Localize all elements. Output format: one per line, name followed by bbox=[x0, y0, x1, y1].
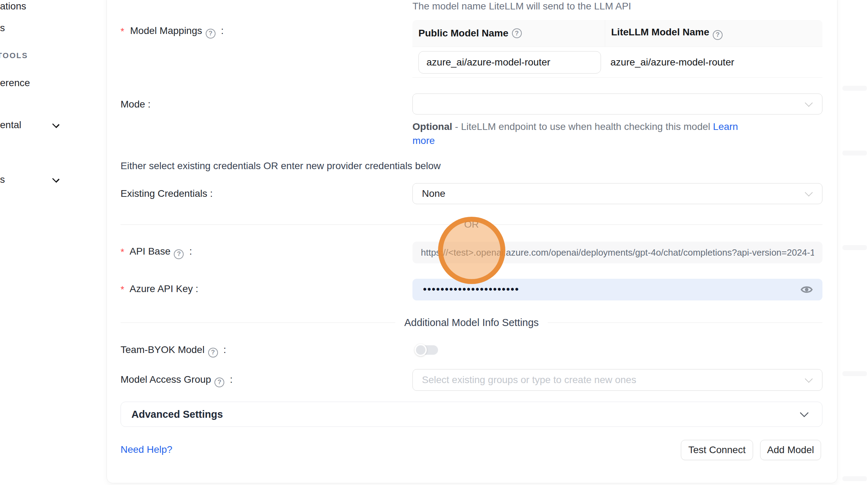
add-model-button[interactable]: Add Model bbox=[760, 440, 821, 460]
additional-settings-divider: Additional Model Info Settings bbox=[121, 317, 822, 328]
question-circle-icon[interactable] bbox=[208, 348, 218, 358]
question-circle-icon[interactable] bbox=[512, 28, 522, 38]
sidebar-item-experimental[interactable]: ental bbox=[0, 119, 21, 131]
background-shimmer bbox=[842, 151, 867, 155]
sidebar-item-inference[interactable]: erence bbox=[0, 77, 30, 89]
existing-credentials-select[interactable]: None bbox=[412, 183, 822, 204]
sidebar-section-tools: TOOLS bbox=[0, 51, 28, 60]
eye-icon[interactable] bbox=[800, 283, 813, 296]
chevron-down-icon bbox=[52, 121, 60, 129]
litellm-model-name-value: azure_ai/azure-model-router bbox=[610, 47, 734, 78]
model-access-group-select[interactable]: Select existing groups or type to create… bbox=[412, 369, 822, 391]
sidebar-item-organizations[interactable]: ations bbox=[0, 1, 26, 12]
mode-select[interactable] bbox=[412, 93, 822, 115]
column-public-model-name: Public Model Name bbox=[412, 20, 605, 47]
model-name-description: The model name LiteLLM will send to the … bbox=[412, 1, 631, 12]
sidebar-item[interactable]: s bbox=[0, 22, 5, 34]
model-mappings-label: Model Mappings bbox=[121, 25, 224, 39]
api-base-label: API Base bbox=[121, 246, 192, 259]
table-row: azure_ai/azure-model-router bbox=[412, 47, 822, 78]
public-model-name-input[interactable] bbox=[418, 51, 601, 74]
toggle-knob bbox=[415, 344, 427, 356]
background-shimmer bbox=[842, 371, 867, 376]
advanced-settings-toggle[interactable]: Advanced Settings bbox=[121, 402, 822, 427]
chevron-down-icon bbox=[800, 408, 808, 417]
sidebar-item-settings[interactable]: s bbox=[0, 174, 5, 185]
table-header: Public Model Name LiteLLM Model Name bbox=[412, 20, 822, 47]
question-circle-icon[interactable] bbox=[206, 29, 216, 39]
model-access-group-placeholder: Select existing groups or type to create… bbox=[422, 374, 636, 386]
team-byok-label: Team-BYOK Model bbox=[121, 344, 226, 358]
question-circle-icon[interactable] bbox=[214, 377, 224, 387]
chevron-down-icon bbox=[805, 99, 813, 107]
or-divider: OR bbox=[121, 219, 822, 230]
chevron-down-icon bbox=[805, 375, 813, 383]
azure-api-key-input[interactable]: •••••••••••••••••••••• bbox=[412, 279, 822, 300]
column-litellm-model-name: LiteLLM Model Name bbox=[605, 27, 725, 40]
existing-credentials-value: None bbox=[422, 188, 445, 199]
azure-api-key-label: Azure API Key bbox=[121, 283, 198, 295]
credentials-note: Either select existing credentials OR en… bbox=[121, 160, 441, 172]
masked-api-key: •••••••••••••••••••••• bbox=[423, 283, 519, 295]
model-mappings-table: Public Model Name LiteLLM Model Name azu… bbox=[412, 20, 822, 78]
api-base-input[interactable]: https://<test>.openai.azure.com/openai/d… bbox=[412, 242, 822, 263]
mode-label: Mode bbox=[121, 99, 151, 110]
team-byok-toggle[interactable] bbox=[416, 345, 438, 355]
chevron-down-icon bbox=[805, 188, 813, 196]
need-help-link[interactable]: Need Help? bbox=[121, 444, 172, 455]
background-shimmer bbox=[842, 476, 867, 481]
mode-hint: Optional - LiteLLM endpoint to use when … bbox=[412, 120, 773, 148]
existing-credentials-label: Existing Credentials bbox=[121, 188, 213, 199]
model-access-group-label: Model Access Group bbox=[121, 374, 233, 387]
chevron-down-icon bbox=[52, 175, 60, 183]
question-circle-icon[interactable] bbox=[174, 249, 184, 259]
test-connect-button[interactable]: Test Connect bbox=[681, 440, 753, 460]
background-shimmer bbox=[842, 245, 867, 250]
add-model-screen: ations s TOOLS erence ental s The model … bbox=[0, 0, 868, 485]
question-circle-icon[interactable] bbox=[713, 30, 723, 40]
background-shimmer bbox=[842, 86, 867, 91]
